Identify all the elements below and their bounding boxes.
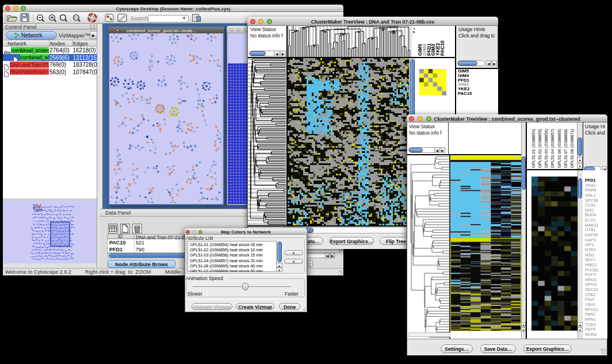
svg-text:GPL51-06 (GSM865): GPL51-06 (GSM865)	[557, 129, 562, 168]
svg-text:GPL51-01 (GSM854): GPL51-01 (GSM854)	[531, 129, 536, 168]
svg-text:GPL51-03 (GSM856): GPL51-03 (GSM856)	[544, 129, 549, 168]
svg-text:1:1: 1:1	[74, 16, 78, 19]
svg-text:GPL51-02 (GSM855): GPL51-02 (GSM855)	[537, 129, 542, 168]
svg-text:PAC10: PAC10	[439, 40, 445, 56]
svg-text:GPL51-04 (GSM857): GPL51-04 (GSM857)	[550, 129, 555, 168]
svg-text:GPL51-07 (GSM868): GPL51-07 (GSM868)	[563, 129, 568, 168]
svg-text:GPL51-08 (GSM872): GPL51-08 (GSM872)	[569, 129, 575, 168]
